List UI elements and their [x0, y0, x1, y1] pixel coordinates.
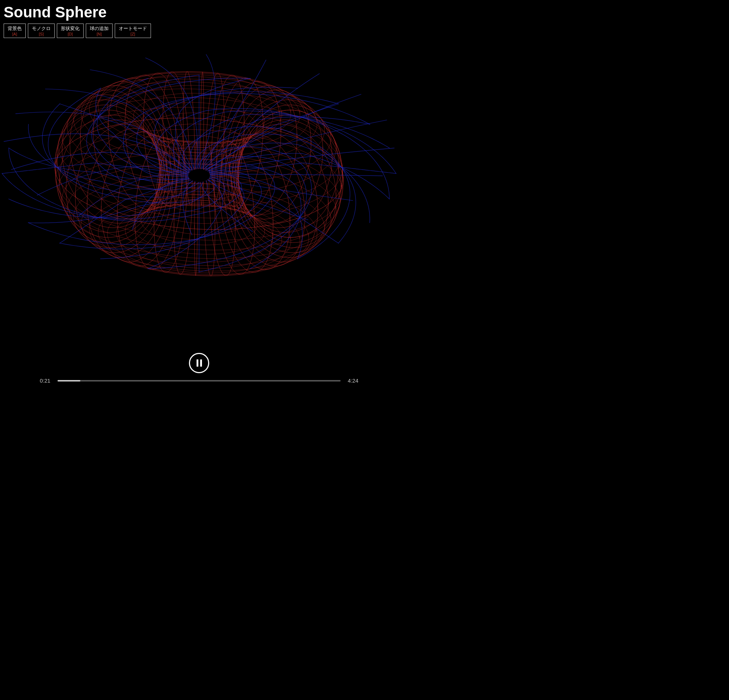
- progress-bar[interactable]: [58, 380, 341, 382]
- pause-icon: [196, 359, 202, 367]
- controls-bar: 背景色 [A] モノクロ [S] 形状変化 [D] 球の追加 [N] オートモー…: [4, 23, 151, 38]
- visualization-canvas: [0, 0, 398, 391]
- pause-button[interactable]: [189, 353, 209, 373]
- app-title: Sound Sphere: [4, 4, 107, 21]
- progress-bar-fill: [58, 380, 80, 382]
- auto-mode-label: オートモード: [119, 25, 147, 32]
- auto-mode-button[interactable]: オートモード [Z]: [115, 23, 151, 38]
- bg-color-key: [A]: [12, 32, 17, 36]
- bg-color-button[interactable]: 背景色 [A]: [4, 23, 26, 38]
- monochrome-button[interactable]: モノクロ [S]: [28, 23, 55, 38]
- add-sphere-label: 球の追加: [90, 25, 109, 32]
- bottom-controls: 0:21 4:24: [0, 353, 398, 383]
- monochrome-key: [S]: [39, 32, 44, 36]
- bg-color-label: 背景色: [7, 25, 22, 32]
- time-total: 4:24: [346, 378, 358, 383]
- time-current: 0:21: [40, 378, 52, 383]
- monochrome-label: モノクロ: [32, 25, 51, 32]
- shape-change-label: 形状変化: [61, 25, 80, 32]
- auto-mode-key: [Z]: [131, 32, 135, 36]
- progress-row: 0:21 4:24: [40, 378, 358, 383]
- shape-change-key: [D]: [68, 32, 73, 36]
- add-sphere-button[interactable]: 球の追加 [N]: [86, 23, 113, 38]
- add-sphere-key: [N]: [97, 32, 102, 36]
- shape-change-button[interactable]: 形状変化 [D]: [57, 23, 84, 38]
